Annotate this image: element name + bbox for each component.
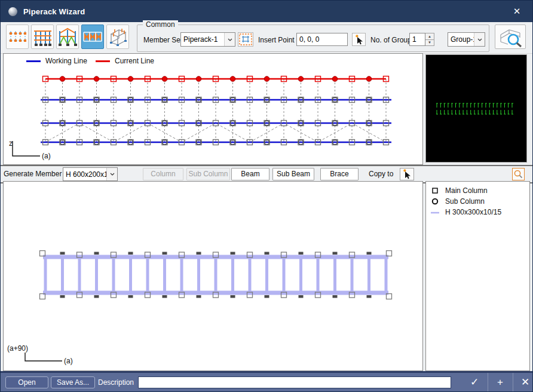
preview-canvas[interactable] (425, 54, 527, 163)
current-line-label: Current Line (115, 57, 154, 65)
confirm-icon[interactable]: ✓ (462, 373, 486, 391)
cursor-pick-icon (403, 169, 411, 179)
spinner-down-icon[interactable]: ▼ (425, 40, 434, 47)
copy-to-pick-button[interactable] (400, 168, 414, 180)
preview-zoom-button[interactable] (495, 24, 526, 49)
plan-drawing: (a+90)(a) (4, 182, 422, 370)
no-of-group-input[interactable] (409, 33, 425, 46)
add-icon[interactable]: + (488, 373, 512, 391)
section-select-value: H 600x200x11/ (63, 170, 106, 179)
chevron-down-icon (106, 168, 117, 180)
copy-to-label: Copy to (369, 170, 393, 178)
brace-button[interactable]: Brace (320, 168, 359, 180)
window-title: Piperack Wizard (23, 7, 85, 16)
cursor-pick-icon (355, 35, 363, 45)
no-of-group-label: No. of Group (370, 36, 412, 44)
rack-type-3d-button[interactable] (106, 24, 129, 49)
legend-icons (430, 186, 442, 222)
piperack-wizard-window: Piperack Wizard ✕ (0, 0, 533, 392)
member-set-value: Piperack-1 (181, 35, 224, 44)
space-frame-icon (107, 25, 128, 48)
no-of-group-spinner: ▲ ▼ (409, 33, 434, 46)
grid-points-icon (7, 25, 28, 48)
insert-point-input[interactable] (296, 33, 348, 46)
frame-magnifier-icon (496, 26, 525, 48)
rack-type-portal-button[interactable] (56, 24, 79, 49)
open-button[interactable]: Open (5, 376, 48, 388)
svg-text:(a): (a) (42, 152, 51, 160)
description-label: Description (98, 378, 134, 387)
elevation-canvas[interactable]: Working Line Current Line z(a) (3, 53, 423, 165)
legend-sub-column-label: Sub Column (445, 197, 485, 206)
chevron-down-icon (474, 33, 485, 46)
zoom-fit-button[interactable] (512, 168, 525, 180)
group-select[interactable]: Group-1 (448, 32, 485, 47)
app-icon (8, 7, 17, 16)
working-line-label: Working Line (45, 57, 87, 65)
description-input[interactable] (138, 376, 451, 388)
section-select[interactable]: H 600x200x11/ (63, 167, 118, 181)
insert-point-pick-button[interactable] (352, 33, 366, 46)
sub-column-icon (433, 199, 437, 204)
svg-text:z: z (9, 139, 13, 148)
main-column-icon (433, 188, 437, 193)
beam-button[interactable]: Beam (231, 168, 269, 180)
group-select-value: Group-1 (448, 35, 474, 44)
footer-bar: Open Save As... Description ✓ + ✕ (1, 371, 532, 391)
member-legend-panel: Main Column Sub Column H 300x300x10/15 (425, 181, 530, 371)
sub-column-button[interactable]: Sub Column (186, 168, 230, 180)
current-line-swatch (96, 60, 110, 62)
member-set-picker-button[interactable] (238, 32, 253, 47)
cancel-icon[interactable]: ✕ (513, 373, 533, 391)
working-line-swatch (26, 60, 41, 62)
save-as-button[interactable]: Save As... (51, 376, 95, 388)
rack-type-frame-button[interactable] (31, 24, 54, 49)
preview-drawing (426, 55, 526, 162)
chevron-down-icon (224, 33, 235, 46)
close-icon[interactable]: ✕ (507, 3, 526, 20)
spinner-up-icon[interactable]: ▲ (425, 33, 434, 40)
member-set-label: Member Set (143, 36, 182, 44)
svg-text:(a): (a) (64, 357, 73, 365)
rack-type-braced-button[interactable] (81, 24, 104, 49)
legend-section-label: H 300x300x10/15 (445, 208, 501, 216)
rack-type-grid-button[interactable] (6, 24, 29, 49)
insert-point-label: Insert Point (258, 36, 295, 44)
generate-member-label: Generate Member : (4, 170, 66, 178)
svg-text:(a+90): (a+90) (7, 344, 28, 353)
column-button[interactable]: Column (143, 168, 183, 180)
legend-main-column-label: Main Column (445, 186, 488, 195)
portal-frame-icon (57, 25, 78, 48)
magnifier-icon (513, 169, 523, 179)
toolbar: Common Member Set Piperack-1 Insert Poin… (1, 22, 532, 54)
member-set-select[interactable]: Piperack-1 (180, 32, 235, 47)
plan-canvas[interactable]: (a+90)(a) (3, 181, 423, 371)
common-group-label: Common (143, 20, 178, 29)
common-group: Common Member Set Piperack-1 Insert Poin… (137, 24, 489, 52)
frame-select-icon (239, 33, 252, 45)
sub-beam-button[interactable]: Sub Beam (272, 168, 314, 180)
elevation-drawing: z(a) (4, 54, 422, 164)
braced-panel-icon (82, 25, 103, 48)
title-bar: Piperack Wizard ✕ (1, 1, 532, 22)
frame-elevation-icon (32, 25, 53, 48)
